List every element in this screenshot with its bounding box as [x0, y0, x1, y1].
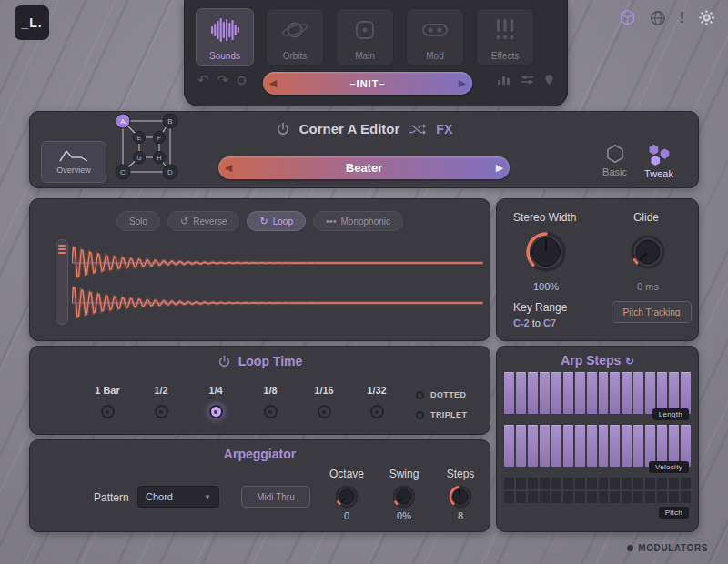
arp-length-bar[interactable] — [610, 372, 620, 414]
corner-e[interactable]: E — [137, 135, 142, 141]
tab-effects[interactable]: Effects — [476, 8, 534, 66]
solo-button[interactable]: Solo — [116, 211, 160, 231]
sound-prev-icon[interactable]: ◀ — [218, 156, 238, 179]
arp-pitch-cell[interactable] — [587, 491, 597, 503]
fx-toggle[interactable]: FX — [436, 122, 452, 136]
corner-d[interactable]: D — [167, 168, 173, 176]
loop-time-option-eighth[interactable]: 1/8 — [250, 385, 290, 418]
loop-time-option-sixteenth[interactable]: 1/16 — [304, 385, 344, 418]
gear-icon[interactable] — [698, 9, 715, 26]
arp-pitch-cell[interactable] — [633, 478, 643, 489]
arp-velocity-bar[interactable] — [610, 425, 620, 467]
corner-selector[interactable]: A B C D E F G H — [112, 114, 185, 186]
arp-length-bar[interactable] — [587, 372, 597, 414]
corner-b[interactable]: B — [167, 117, 172, 126]
preset-next-icon[interactable]: ▶ — [452, 72, 472, 95]
loop-time-option-quarter[interactable]: 1/4 — [196, 385, 236, 418]
radio-quarter[interactable] — [209, 405, 223, 418]
sound-preset-name[interactable]: Beater — [238, 161, 490, 175]
radio-eighth[interactable] — [264, 405, 278, 418]
compare-icon[interactable] — [237, 76, 247, 86]
radio-sixteenth[interactable] — [318, 405, 331, 418]
corner-g[interactable]: G — [136, 155, 141, 161]
arp-pitch-cell[interactable] — [622, 478, 632, 489]
corner-a[interactable]: A — [120, 117, 126, 126]
waveform-display-a[interactable] — [72, 243, 483, 283]
overview-button[interactable]: Overview — [41, 141, 106, 183]
tab-mod[interactable]: Mod — [406, 8, 464, 66]
arp-pitch-cell[interactable] — [622, 491, 632, 503]
arp-pitch-cell[interactable] — [599, 478, 609, 489]
loop-time-option-1bar[interactable]: 1 Bar — [87, 385, 127, 418]
arp-pitch-cell[interactable] — [645, 478, 655, 489]
sound-next-icon[interactable]: ▶ — [490, 156, 510, 179]
arp-pitch-cell[interactable] — [610, 478, 620, 489]
arp-pitch-cell[interactable] — [633, 491, 643, 503]
basic-mode-button[interactable]: Basic — [602, 143, 627, 177]
arp-pitch-cell[interactable] — [516, 491, 526, 503]
meter-icon[interactable] — [497, 74, 511, 86]
arp-pitch-cell[interactable] — [575, 491, 585, 503]
arp-pitch-cell[interactable] — [551, 478, 561, 489]
cycle-icon[interactable]: ↻ — [625, 355, 634, 368]
midi-thru-button[interactable]: Midi Thru — [241, 486, 310, 508]
loop-time-power-icon[interactable] — [217, 355, 231, 368]
arp-pitch-cell[interactable] — [551, 491, 561, 503]
arp-velocity-bar[interactable] — [587, 425, 597, 467]
arp-velocity-bar[interactable] — [599, 425, 609, 467]
radio-1bar[interactable] — [101, 405, 115, 418]
preset-prev-icon[interactable]: ◀ — [263, 72, 283, 95]
arp-length-bar[interactable] — [563, 372, 573, 414]
arp-velocity-bar[interactable] — [528, 425, 538, 467]
arp-pitch-cell[interactable] — [645, 491, 655, 503]
arp-pitch-cell[interactable] — [516, 478, 526, 489]
arp-length-bar[interactable] — [551, 372, 561, 414]
preset-name[interactable]: –INIT– — [283, 78, 452, 89]
arp-pitch-cell[interactable] — [599, 491, 609, 503]
arp-velocity-bar[interactable] — [551, 425, 561, 467]
arp-pitch-cell[interactable] — [669, 478, 679, 489]
arp-pitch-cell[interactable] — [528, 491, 538, 503]
arp-pitch-cell[interactable] — [657, 478, 667, 489]
power-icon[interactable] — [276, 122, 290, 136]
corner-f[interactable]: F — [157, 135, 161, 141]
modulators-toggle[interactable]: MODULATORS — [627, 543, 708, 553]
arp-pitch-cell[interactable] — [657, 491, 667, 503]
arp-velocity-bar[interactable] — [516, 425, 526, 467]
key-range-values[interactable]: C-2 to C7 — [513, 317, 556, 328]
arp-length-bar[interactable] — [516, 372, 526, 414]
arp-length-bar[interactable] — [622, 372, 632, 414]
pattern-select[interactable]: Chord ▼ — [137, 486, 219, 508]
arp-pitch-cell[interactable] — [563, 491, 573, 503]
arp-pitch-cell[interactable] — [681, 491, 691, 503]
stereo-width-knob[interactable] — [522, 228, 570, 276]
arp-pitch-cell[interactable] — [587, 478, 597, 489]
swing-knob[interactable] — [390, 483, 418, 510]
arp-pitch-cell[interactable] — [575, 478, 585, 489]
tab-sounds[interactable]: Sounds — [196, 8, 254, 66]
tab-orbits[interactable]: Orbits — [266, 8, 324, 66]
arp-length-bar[interactable] — [540, 372, 550, 414]
arp-length-bar[interactable] — [528, 372, 538, 414]
arp-pitch-cell[interactable] — [540, 478, 550, 489]
arp-length-bar[interactable] — [599, 372, 609, 414]
arp-pitch-cell[interactable] — [610, 491, 620, 503]
monophonic-button[interactable]: ••• Monophonic — [313, 211, 403, 231]
tab-main[interactable]: Main — [336, 8, 394, 66]
arp-length-bar[interactable] — [633, 372, 643, 414]
loop-start-handle[interactable] — [56, 239, 68, 325]
radio-half[interactable] — [155, 405, 168, 418]
triplet-option[interactable]: TRIPLET — [416, 410, 467, 419]
glide-knob[interactable] — [628, 232, 668, 272]
loop-time-option-thirtysecond[interactable]: 1/32 — [357, 385, 397, 418]
loop-time-option-half[interactable]: 1/2 — [141, 385, 181, 418]
arp-pitch-cell[interactable] — [681, 478, 691, 489]
package-icon[interactable] — [619, 9, 636, 26]
arp-velocity-bar[interactable] — [575, 425, 585, 467]
reverse-button[interactable]: ↺ Reverse — [167, 211, 239, 231]
arp-velocity-bar[interactable] — [504, 425, 514, 467]
waveform-display-b[interactable] — [72, 283, 483, 323]
radio-thirtysecond[interactable] — [370, 405, 384, 418]
arp-pitch-cell[interactable] — [540, 491, 550, 503]
tweak-mode-button[interactable]: Tweak — [643, 143, 674, 179]
